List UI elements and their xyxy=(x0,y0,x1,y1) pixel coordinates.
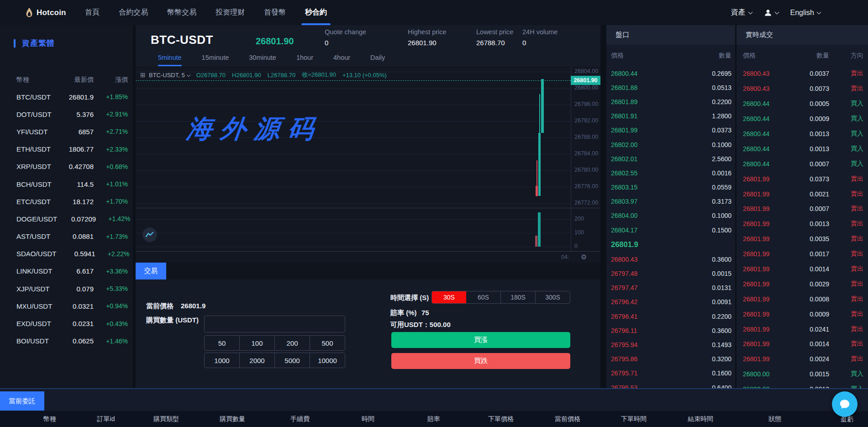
nav-item[interactable]: 秒合約 xyxy=(305,0,327,25)
interval-tab[interactable]: 5minute xyxy=(158,52,182,66)
trade-row[interactable]: 26801.99 0.0373 賣出 xyxy=(736,171,868,186)
coin-row[interactable]: AST/USDT 0.0881 +1.73% xyxy=(0,228,133,245)
trade-row[interactable]: 26801.99 0.0007 賣出 xyxy=(736,201,868,216)
coin-row[interactable]: DOT/USDT 5.376 +2.91% xyxy=(0,105,133,123)
trade-row[interactable]: 26800.43 0.0073 賣出 xyxy=(736,81,868,96)
ask-row[interactable]: 26802.55 0.0016 xyxy=(606,166,735,180)
bid-row[interactable]: 26797.47 0.0131 xyxy=(606,281,735,295)
trade-row[interactable]: 26801.99 0.0024 賣出 xyxy=(736,352,868,367)
candlestick-chart[interactable]: 26804.0026800.0026796.0026792.0026788.00… xyxy=(136,66,600,263)
bid-row[interactable]: 26795.71 0.1600 xyxy=(606,366,735,380)
trade-row[interactable]: 26800.43 0.0037 賣出 xyxy=(736,66,868,81)
trade-row[interactable]: 26801.99 0.0035 賣出 xyxy=(736,232,868,247)
bid-row[interactable]: 26795.86 0.3200 xyxy=(606,352,735,366)
ask-row[interactable]: 26804.00 0.1000 xyxy=(606,209,735,223)
coin-row[interactable]: BOI/USDT 0.0625 +1.46% xyxy=(0,332,133,350)
nav-item[interactable]: 幣幣交易 xyxy=(167,0,196,25)
preset-amount-button[interactable]: 10000 xyxy=(310,353,345,368)
bid-row[interactable]: 26796.42 0.0091 xyxy=(606,295,735,309)
buy-down-button[interactable]: 買跌 xyxy=(391,353,570,369)
coin-row[interactable]: BTC/USDT 26801.9 +1.85% xyxy=(0,88,133,105)
trade-row[interactable]: 26801.99 0.0014 賣出 xyxy=(736,337,868,352)
coin-row[interactable]: DOGE/USDT 0.07209 +1.42% xyxy=(0,210,133,227)
ask-row[interactable]: 26802.00 0.1000 xyxy=(606,137,735,152)
nav-item[interactable]: 合約交易 xyxy=(119,0,148,25)
ask-row[interactable]: 26800.44 0.2695 xyxy=(606,66,735,80)
chart-type-icon[interactable]: ⊞ xyxy=(140,71,146,79)
preset-amount-button[interactable]: 500 xyxy=(310,336,345,350)
buy-up-button[interactable]: 買漲 xyxy=(391,332,570,348)
trade-row[interactable]: 26800.44 0.0005 買入 xyxy=(736,96,868,111)
coin-row[interactable]: MXU/USDT 0.0321 +0.94% xyxy=(0,297,133,315)
user-menu[interactable] xyxy=(764,9,779,17)
duration-button[interactable]: 180S xyxy=(501,291,536,303)
trade-row[interactable]: 26801.99 0.0008 賣出 xyxy=(736,291,868,306)
trade-row[interactable]: 26801.99 0.0029 賣出 xyxy=(736,276,868,291)
time-axis[interactable]: 04: ⚙ xyxy=(136,252,600,263)
nav-item[interactable]: 首頁 xyxy=(85,0,100,25)
ask-row[interactable]: 26804.17 0.1500 xyxy=(606,223,735,237)
coin-row[interactable]: BCH/USDT 114.5 +1.01% xyxy=(0,175,133,193)
bid-row[interactable]: 26795.53 0.6400 xyxy=(606,380,735,388)
interval-tab[interactable]: 15minute xyxy=(202,52,229,66)
ask-row[interactable]: 26801.89 0.2200 xyxy=(606,95,735,109)
duration-button[interactable]: 30S xyxy=(432,291,466,303)
coin-row[interactable]: XRP/USDT 0.42708 +0.68% xyxy=(0,158,133,175)
trade-row[interactable]: 26801.99 0.0013 賣出 xyxy=(736,216,868,232)
bid-row[interactable]: 26800.43 0.3600 xyxy=(606,252,735,266)
coin-row[interactable]: YFI/USDT 6857 +2.71% xyxy=(0,123,133,140)
preset-amount-button[interactable]: 50 xyxy=(205,336,240,350)
preset-amount-button[interactable]: 2000 xyxy=(240,353,275,368)
preset-amount-button[interactable]: 200 xyxy=(275,336,310,350)
trade-row[interactable]: 26800.44 0.0013 買入 xyxy=(736,141,868,156)
tab-trade[interactable]: 交易 xyxy=(136,263,166,279)
ask-row[interactable]: 26802.01 2.5600 xyxy=(606,152,735,166)
assets-menu[interactable]: 資產 xyxy=(731,8,752,17)
interval-tab[interactable]: 30minute xyxy=(249,52,276,66)
trade-row[interactable]: 26800.44 0.0013 買入 xyxy=(736,127,868,142)
bid-row[interactable]: 26796.11 0.3600 xyxy=(606,323,735,337)
nav-item[interactable]: 投资理财 xyxy=(216,0,245,25)
legend-symbol[interactable]: BTC-USDT, 5 xyxy=(149,72,185,79)
ask-row[interactable]: 26801.88 0.0513 xyxy=(606,80,735,95)
coin-row[interactable]: ETC/USDT 18.172 +1.70% xyxy=(0,193,133,210)
ask-row[interactable]: 26803.15 0.0559 xyxy=(606,180,735,195)
preset-amount-button[interactable]: 1000 xyxy=(205,353,240,368)
coin-row[interactable]: ETH/USDT 1806.77 +2.33% xyxy=(0,141,133,158)
bid-row[interactable]: 26795.94 0.1493 xyxy=(606,337,735,352)
ask-row[interactable]: 26801.91 1.2800 xyxy=(606,109,735,123)
logo[interactable]: Hotcoin xyxy=(25,0,66,25)
trade-row[interactable]: 26801.99 0.0021 賣出 xyxy=(736,186,868,201)
chart-provider-logo[interactable] xyxy=(142,227,157,242)
duration-button[interactable]: 60S xyxy=(466,291,501,303)
interval-tab[interactable]: 1hour xyxy=(296,52,313,66)
coin-row[interactable]: EXD/USDT 0.0231 +0.43% xyxy=(0,315,133,332)
bid-row[interactable]: 26797.48 0.0015 xyxy=(606,266,735,280)
trade-row[interactable]: 26801.99 0.0014 賣出 xyxy=(736,262,868,277)
preset-amount-button[interactable]: 100 xyxy=(240,336,275,350)
duration-button[interactable]: 300S xyxy=(536,291,570,303)
coin-row[interactable]: XJP/USDT 0.079 +5.33% xyxy=(0,280,133,297)
trade-row[interactable]: 26800.00 0.0015 買入 xyxy=(736,367,868,382)
ask-row[interactable]: 26801.99 0.0373 xyxy=(606,123,735,137)
pane-divider[interactable] xyxy=(136,208,600,208)
interval-tab[interactable]: Daily xyxy=(370,52,385,66)
trade-row[interactable]: 26800.44 0.0007 買入 xyxy=(736,156,868,171)
coin-row[interactable]: LINK/USDT 6.617 +3.36% xyxy=(0,263,133,280)
interval-tab[interactable]: 4hour xyxy=(333,52,350,66)
amount-input[interactable] xyxy=(204,316,345,332)
trade-row[interactable]: 26801.99 0.0241 賣出 xyxy=(736,322,868,337)
trade-row[interactable]: 26800.00 0.0013 買入 xyxy=(736,382,868,388)
language-menu[interactable]: English xyxy=(790,9,821,17)
coin-row[interactable]: SDAO/USDT 0.5941 +2.22% xyxy=(0,245,133,263)
price-axis[interactable]: 26804.0026800.0026796.0026792.0026788.00… xyxy=(571,66,600,263)
trade-row[interactable]: 26800.44 0.0009 買入 xyxy=(736,111,868,127)
trade-row[interactable]: 26801.99 0.0009 賣出 xyxy=(736,306,868,322)
current-orders-tab[interactable]: 當前委託 xyxy=(0,391,44,411)
ask-row[interactable]: 26803.97 0.3173 xyxy=(606,195,735,209)
preset-amount-button[interactable]: 5000 xyxy=(275,353,310,368)
settings-gear-icon[interactable]: ⚙ xyxy=(581,253,587,261)
bid-row[interactable]: 26796.41 0.2200 xyxy=(606,309,735,323)
chat-button[interactable] xyxy=(832,391,857,417)
trade-row[interactable]: 26801.99 0.0017 賣出 xyxy=(736,247,868,262)
